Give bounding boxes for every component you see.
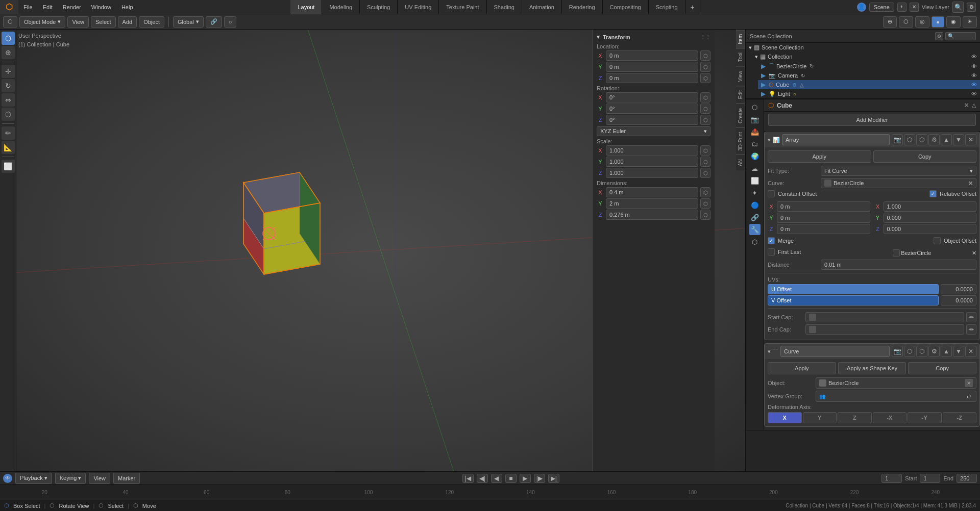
prop-render-icon[interactable]: 📷	[749, 114, 761, 125]
scene-selector[interactable]: Scene	[869, 3, 894, 12]
n-tab-item[interactable]: Item	[736, 30, 745, 48]
dim-x-copy[interactable]: ⬡	[700, 187, 710, 197]
viewport-shading-rendered[interactable]: ☀	[963, 16, 977, 28]
array-apply-btn[interactable]: Apply	[768, 150, 871, 163]
array-copy-btn[interactable]: Copy	[873, 150, 977, 163]
workspace-tab-compositing[interactable]: Compositing	[603, 0, 649, 14]
scale-z-copy[interactable]: ⬡	[700, 168, 710, 178]
rotation-x-field[interactable]: 0°	[606, 92, 698, 103]
array-mod-down-btn[interactable]: ▼	[953, 134, 964, 145]
n-tab-create[interactable]: Create	[736, 104, 745, 127]
const-z-field[interactable]: 0 m	[777, 224, 870, 234]
proportional-btn[interactable]: ○	[224, 16, 237, 28]
location-y-field[interactable]: 0 m	[606, 62, 698, 72]
workspace-tab-modeling[interactable]: Modeling	[322, 0, 360, 14]
camera-visibility[interactable]: 👁	[971, 72, 977, 79]
curve-value[interactable]: BezierCircle ✕	[821, 178, 976, 188]
location-y-copy[interactable]: ⬡	[700, 62, 710, 72]
scale-x-field[interactable]: 1.000	[606, 145, 698, 156]
axis-neg-y-btn[interactable]: -Y	[908, 412, 942, 423]
marker-btn[interactable]: Marker	[113, 473, 140, 484]
overlays-btn[interactable]: ⬡	[899, 16, 913, 28]
axis-neg-x-btn[interactable]: -X	[873, 412, 907, 423]
prop-output-icon[interactable]: 📤	[749, 126, 761, 137]
curve-object-x-btn[interactable]: ✕	[965, 379, 973, 387]
workspace-tab-animation[interactable]: Animation	[522, 0, 562, 14]
curve-copy-btn[interactable]: Copy	[908, 362, 976, 374]
editor-type-btn[interactable]: ⬡	[3, 16, 17, 28]
rotation-y-copy[interactable]: ⬡	[700, 104, 710, 114]
add-modifier-btn[interactable]: Add Modifier	[768, 114, 976, 126]
rel-y-field[interactable]: 0.000	[884, 213, 977, 223]
tool-box-select[interactable]: ⬡	[2, 32, 15, 45]
rel-z-field[interactable]: 0.000	[884, 224, 977, 234]
dim-y-field[interactable]: 2 m	[606, 198, 698, 209]
fit-type-value[interactable]: Fit Curve ▾	[821, 166, 976, 176]
menu-help[interactable]: Help	[116, 0, 138, 14]
cube-visibility[interactable]: 👁	[971, 82, 977, 88]
gizmo-btn[interactable]: ⊕	[883, 16, 897, 28]
workspace-tab-scripting[interactable]: Scripting	[649, 0, 685, 14]
dim-z-copy[interactable]: ⬡	[700, 210, 710, 220]
workspace-tab-shading[interactable]: Shading	[487, 0, 522, 14]
prop-world-icon[interactable]: ☁	[749, 163, 761, 174]
axis-z-btn[interactable]: Z	[838, 412, 872, 423]
curve-apply-btn[interactable]: Apply	[768, 362, 836, 374]
n-tab-an[interactable]: AN	[736, 155, 745, 170]
curve-mod-down-btn[interactable]: ▼	[953, 346, 964, 357]
outliner-item-camera[interactable]: ▶ 📷 Camera ↻ 👁	[758, 71, 980, 80]
current-frame-field[interactable]: 1	[881, 474, 902, 483]
rotation-z-field[interactable]: 0°	[606, 115, 698, 125]
viewport[interactable]: X Y Z User Perspective (1) Collection | …	[16, 30, 745, 471]
filter-btn[interactable]: ⚙	[967, 3, 976, 12]
object-btn[interactable]: Object	[139, 16, 164, 28]
view-timeline-btn[interactable]: View	[89, 473, 110, 484]
play-btn[interactable]: ▶	[520, 474, 531, 483]
tool-cursor[interactable]: ⊕	[2, 46, 15, 59]
tool-scale[interactable]: ⇔	[2, 93, 15, 107]
tool-add-cube[interactable]: ⬜	[2, 160, 15, 173]
curve-mod-up-btn[interactable]: ▲	[941, 346, 952, 357]
array-mod-up-btn[interactable]: ▲	[941, 134, 952, 145]
view-btn[interactable]: View	[67, 16, 89, 28]
firstlast-cb[interactable]	[768, 248, 775, 256]
const-offset-cb[interactable]	[768, 190, 775, 197]
array-mod-filter-btn[interactable]: ⚙	[928, 134, 940, 145]
jump-end-btn[interactable]: ▶|	[548, 474, 559, 483]
rotation-z-copy[interactable]: ⬡	[700, 115, 710, 125]
workspace-tab-uv-editing[interactable]: UV Editing	[398, 0, 439, 14]
array-mod-render-btn[interactable]: 📷	[892, 134, 903, 145]
beziercircle-visibility[interactable]: 👁	[971, 63, 977, 69]
tool-move[interactable]: ✛	[2, 65, 15, 78]
n-tab-3dprint[interactable]: 3D-Print	[736, 127, 745, 155]
tool-annotate[interactable]: ✏	[2, 126, 15, 140]
rel-offset-cb[interactable]	[929, 190, 937, 197]
workspace-tab-add[interactable]: +	[685, 0, 700, 14]
rotation-x-copy[interactable]: ⬡	[700, 92, 710, 103]
select-btn[interactable]: Select	[91, 16, 116, 28]
timeline-bar[interactable]: 20 40 60 80 100 120 140 160 180 200 220 …	[0, 485, 980, 500]
outliner-search[interactable]: 🔍	[945, 32, 976, 40]
merge-cb[interactable]	[768, 237, 775, 244]
u-offset-val[interactable]: 0.0000	[941, 284, 976, 294]
menu-edit[interactable]: Edit	[38, 0, 58, 14]
props-options-btn[interactable]: ✕	[964, 102, 969, 109]
v-offset-val[interactable]: 0.0000	[941, 295, 976, 305]
location-z-field[interactable]: 0 m	[606, 73, 698, 83]
curve-mod-render-btn[interactable]: 📷	[892, 346, 903, 357]
vertex-group-swap[interactable]: ⇄	[965, 392, 973, 400]
prop-viewlayer-icon[interactable]: 🗂	[749, 138, 761, 149]
end-cap-eyedrop[interactable]: ✏	[966, 324, 976, 335]
search-btn[interactable]: 🔍	[952, 2, 964, 13]
tool-measure[interactable]: 📐	[2, 141, 15, 154]
tool-transform[interactable]: ⬡	[2, 108, 15, 121]
prop-scene-icon[interactable]: ⬡	[749, 101, 761, 113]
light-visibility[interactable]: 👁	[971, 91, 977, 97]
menu-file[interactable]: File	[18, 0, 38, 14]
array-mod-cage-btn[interactable]: ⬡	[916, 134, 927, 145]
rotation-y-field[interactable]: 0°	[606, 104, 698, 114]
curve-object-val[interactable]: BezierCircle ✕	[816, 377, 976, 389]
distance-field[interactable]: 0.01 m	[821, 260, 976, 270]
v-offset-field[interactable]: V Offset	[768, 295, 939, 305]
prop-object-icon[interactable]: ⬜	[749, 175, 761, 186]
